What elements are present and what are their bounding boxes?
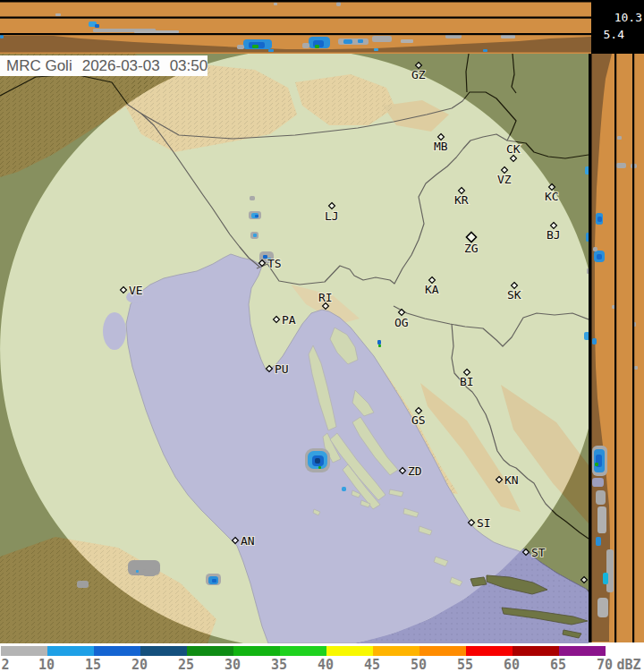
- echo-blob: [143, 569, 156, 576]
- height-value-upper: 10.3: [614, 11, 642, 24]
- city-label: AN: [241, 534, 255, 548]
- echo-blob: [401, 39, 413, 43]
- echo-blob: [342, 487, 346, 491]
- city-label: KA: [425, 283, 439, 296]
- echo-blob: [597, 598, 608, 617]
- echo-blob: [237, 45, 244, 49]
- echo-blob: [606, 549, 614, 592]
- scale-segment: [373, 646, 419, 656]
- scale-segment: [1, 646, 47, 656]
- echo-blob: [358, 39, 363, 43]
- city-label: GS: [411, 413, 426, 427]
- city-label: PA: [282, 313, 296, 327]
- echo-blob: [593, 247, 597, 251]
- radar-map: GZMBCKVZKRKCBJZGLJTSVERIPAKASKOGPUBIGSZD…: [0, 54, 589, 643]
- city-label: RI: [318, 291, 333, 304]
- echo-blob: [603, 573, 608, 584]
- product-date: 2026-03-03: [82, 57, 160, 74]
- top-height-gridline-upper: [0, 17, 591, 19]
- echo-blob: [587, 268, 589, 274]
- echo-blob: [212, 579, 216, 583]
- scale-segment: [466, 646, 513, 656]
- city-label: ZD: [408, 464, 422, 478]
- echo-blob: [136, 570, 139, 573]
- city-label: VE: [129, 284, 143, 297]
- echo-blob: [0, 35, 4, 38]
- echo-blob: [592, 478, 604, 487]
- echo-blob: [597, 254, 602, 259]
- echo-blob: [255, 215, 258, 217]
- scale-segment: [280, 646, 326, 656]
- echo-blob: [250, 196, 255, 200]
- scale-ticks: 210152025303540455055606570dBZ: [0, 657, 644, 671]
- height-value-lower: 5.4: [604, 28, 624, 41]
- scale-tick-label: 2: [1, 657, 9, 672]
- echo-blob: [95, 24, 99, 28]
- scale-tick-label: 65: [550, 657, 566, 672]
- city-label: CK: [506, 142, 521, 156]
- echo-blob: [597, 217, 602, 222]
- echo-blob: [318, 466, 321, 469]
- echo-blob: [336, 2, 341, 6]
- right-panel-edge: [589, 54, 592, 642]
- city-label: ZG: [464, 242, 479, 255]
- top-height-gridline-lower: [0, 33, 591, 35]
- scale-tick-label: 30: [225, 657, 241, 672]
- station-name: MRC Goli: [6, 57, 72, 74]
- scale-tick-label: 15: [85, 657, 101, 672]
- scale-tick-label: 45: [364, 657, 380, 672]
- echo-blob: [584, 332, 589, 340]
- right-height-gridline-upper: [632, 54, 634, 642]
- echo-blob: [597, 506, 606, 533]
- echo-blob: [378, 345, 381, 347]
- right-cross-section-panel: [589, 54, 644, 642]
- city-label: SI: [477, 516, 491, 530]
- echo-blob: [616, 163, 626, 168]
- top-panel-edge: [0, 0, 591, 3]
- scale-segment: [94, 646, 140, 656]
- echo-blob: [77, 581, 89, 588]
- scale-tick-label: 20: [131, 657, 148, 672]
- city-label: MB: [434, 140, 448, 153]
- scale-tick-label: 25: [178, 657, 194, 672]
- scale-tick-label: 35: [271, 657, 287, 672]
- echo-blob: [596, 490, 606, 505]
- echo-blob: [315, 458, 320, 464]
- radar-range-circle: [0, 54, 589, 643]
- scale-tick-label: 60: [504, 657, 520, 672]
- echo-blob: [377, 340, 381, 345]
- city-label: ST: [531, 546, 546, 559]
- echo-blob: [302, 43, 309, 48]
- scale-tick-label: 55: [457, 657, 473, 672]
- height-scale-box: 10.3 5.4: [591, 0, 644, 54]
- city-label: VZ: [497, 173, 512, 186]
- radar-map-graphic: GZMBCKVZKRKCBJZGLJTSVERIPAKASKOGPUBIGSZD…: [0, 54, 589, 643]
- scale-segment: [419, 646, 466, 656]
- city-label: BJ: [547, 228, 561, 242]
- scale-segment: [187, 646, 233, 656]
- city-label: LJ: [325, 209, 339, 223]
- echo-blob: [55, 13, 61, 16]
- echo-blob: [252, 45, 258, 48]
- echo-blob: [501, 35, 515, 38]
- right-cross-section-graphic: [589, 54, 644, 642]
- scale-tick-label: 40: [318, 657, 334, 672]
- scale-segment: [559, 646, 606, 656]
- echo-blob: [372, 36, 392, 42]
- echo-blob: [483, 49, 487, 52]
- echo-blob: [315, 45, 319, 48]
- radar-display: 10.3 5.4: [0, 0, 644, 672]
- city-label: BI: [460, 375, 474, 388]
- echo-blob: [596, 537, 601, 546]
- city-label: OG: [394, 316, 409, 329]
- echo-blob: [338, 38, 369, 45]
- city-label: TS: [267, 257, 282, 270]
- scale-segment: [326, 646, 373, 656]
- echo-blob: [617, 136, 622, 140]
- echo-blob: [595, 463, 598, 466]
- echo-blob: [585, 166, 589, 174]
- city-label: SK: [507, 288, 521, 302]
- top-cross-section-graphic: [0, 0, 591, 54]
- product-time: 03:50: [170, 57, 208, 74]
- city-label: KN: [504, 473, 519, 487]
